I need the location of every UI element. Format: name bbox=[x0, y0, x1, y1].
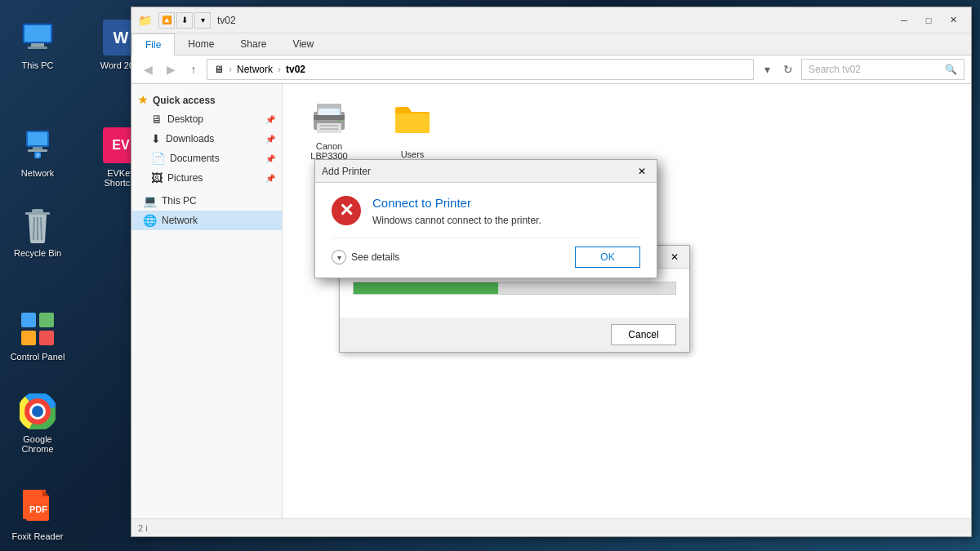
tab-file[interactable]: File bbox=[131, 33, 175, 56]
sidebar-section-quick-access: ★ Quick access 🖥 Desktop 📌 ⬇ Downloads 📌… bbox=[131, 91, 282, 188]
address-sep1: › bbox=[229, 64, 232, 75]
sidebar-item-network[interactable]: 🌐 Network bbox=[131, 211, 282, 230]
cancel-button[interactable]: Cancel bbox=[611, 324, 676, 345]
svg-rect-1 bbox=[24, 25, 51, 42]
desktop-icon-foxit-reader[interactable]: PDF Foxit Reader bbox=[5, 486, 70, 544]
foxit-reader-label: Foxit Reader bbox=[12, 531, 64, 541]
close-button[interactable]: ✕ bbox=[942, 11, 964, 29]
up-button[interactable]: ↑ bbox=[184, 60, 203, 79]
maximize-button[interactable]: □ bbox=[917, 11, 940, 29]
sidebar-downloads-label: Downloads bbox=[166, 133, 214, 144]
desktop-icon-evkey[interactable]: EV EVKey Shortc... bbox=[88, 122, 131, 191]
forward-button[interactable]: ▶ bbox=[161, 60, 180, 79]
ok-button[interactable]: OK bbox=[575, 247, 640, 268]
this-pc-sidebar-icon: 💻 bbox=[143, 194, 157, 207]
sidebar-pictures-label: Pictures bbox=[167, 172, 203, 184]
see-details-label: See details bbox=[351, 251, 399, 263]
dropdown-button[interactable]: ▾ bbox=[757, 60, 777, 79]
connect-to-printer-dialog: Add Printer ✕ ✕ Connect to Printer Windo… bbox=[314, 159, 657, 278]
connect-dialog-body: ✕ Connect to Printer Windows cannot conn… bbox=[315, 183, 657, 278]
file-item-printer[interactable]: Canon LBP3300 bbox=[292, 94, 366, 167]
tab-home[interactable]: Home bbox=[175, 33, 227, 55]
address-bar[interactable]: 🖥 › Network › tv02 bbox=[207, 59, 754, 80]
pin-icon-downloads: 📌 bbox=[265, 135, 275, 144]
add-printer-bg-close-button[interactable]: ✕ bbox=[666, 249, 683, 265]
svg-rect-19 bbox=[39, 331, 54, 345]
refresh-button[interactable]: ↻ bbox=[778, 60, 798, 79]
control-panel-icon bbox=[18, 309, 57, 349]
sidebar-network-label: Network bbox=[162, 215, 198, 226]
desktop-icon-control-panel[interactable]: Control Panel bbox=[5, 306, 70, 365]
svg-rect-17 bbox=[39, 313, 54, 327]
title-bar: 📁 🔼 ⬇ ▾ tv02 ─ □ ✕ bbox=[131, 7, 971, 33]
progress-bar-container bbox=[353, 282, 676, 295]
tab-view[interactable]: View bbox=[279, 33, 327, 55]
google-chrome-icon bbox=[18, 392, 57, 431]
sidebar-item-downloads[interactable]: ⬇ Downloads 📌 bbox=[131, 129, 282, 149]
connect-dialog-close-button[interactable]: ✕ bbox=[634, 163, 650, 180]
sidebar-quick-access-header[interactable]: ★ Quick access bbox=[131, 91, 282, 109]
network-label: Network bbox=[21, 168, 54, 178]
svg-rect-36 bbox=[318, 109, 340, 115]
tab-share[interactable]: Share bbox=[227, 33, 279, 55]
address-sep2: › bbox=[278, 64, 281, 75]
svg-rect-2 bbox=[31, 43, 44, 47]
svg-rect-16 bbox=[21, 313, 36, 327]
file-item-users[interactable]: Users bbox=[376, 94, 449, 167]
address-tv02[interactable]: tv02 bbox=[286, 64, 305, 75]
users-name: Users bbox=[401, 149, 425, 159]
connect-message: Windows cannot connect to the printer. bbox=[372, 215, 541, 226]
sidebar-item-desktop[interactable]: 🖥 Desktop 📌 bbox=[131, 109, 282, 129]
svg-text:PDF: PDF bbox=[29, 504, 47, 514]
svg-line-15 bbox=[41, 217, 42, 240]
search-bar[interactable]: Search tv02 🔍 bbox=[801, 59, 964, 80]
desktop-icon-this-pc[interactable]: This PC bbox=[5, 15, 70, 73]
search-placeholder: Search tv02 bbox=[808, 64, 945, 75]
sidebar-item-this-pc[interactable]: 💻 This PC bbox=[131, 191, 282, 211]
see-details-button[interactable]: ▾ See details bbox=[332, 250, 399, 264]
printer-name: Canon LBP3300 bbox=[299, 141, 359, 161]
ribbon: File Home Share View bbox=[131, 33, 971, 56]
chevron-down-icon: ▾ bbox=[332, 250, 346, 264]
desktop-icon-recycle-bin[interactable]: Recycle Bin bbox=[5, 202, 70, 261]
pin-icon-desktop: 📌 bbox=[265, 115, 275, 124]
quick-access-icon2[interactable]: ⬇ bbox=[176, 12, 193, 29]
toolbar: ◀ ▶ ↑ 🖥 › Network › tv02 ▾ ↻ Search tv02… bbox=[131, 56, 971, 84]
quick-access-icon1[interactable]: 🔼 bbox=[158, 12, 175, 29]
quick-access-label: Quick access bbox=[153, 95, 216, 106]
title-bar-icon: 📁 bbox=[138, 14, 152, 27]
google-chrome-label: Google Chrome bbox=[8, 434, 67, 454]
address-computer-icon: 🖥 bbox=[214, 64, 224, 75]
sidebar: ★ Quick access 🖥 Desktop 📌 ⬇ Downloads 📌… bbox=[131, 84, 283, 518]
svg-rect-6 bbox=[33, 147, 42, 149]
evkey-label: EVKey Shortc... bbox=[91, 168, 131, 188]
svg-point-25 bbox=[32, 406, 43, 417]
svg-rect-32 bbox=[320, 125, 338, 127]
back-button[interactable]: ◀ bbox=[138, 60, 158, 79]
title-text: tv02 bbox=[217, 15, 236, 26]
address-network[interactable]: Network bbox=[237, 64, 273, 75]
svg-line-13 bbox=[33, 217, 34, 240]
error-icon: ✕ bbox=[332, 196, 361, 225]
pin-icon-pictures: 📌 bbox=[265, 174, 275, 183]
desktop-icon-network[interactable]: Network bbox=[5, 122, 70, 181]
svg-rect-35 bbox=[314, 115, 345, 120]
progress-bar-fill bbox=[354, 282, 498, 294]
quick-access-btn[interactable]: ▾ bbox=[194, 12, 211, 29]
svg-rect-18 bbox=[21, 331, 36, 345]
ribbon-tabs: File Home Share View bbox=[131, 33, 971, 56]
sidebar-this-pc-label: This PC bbox=[162, 195, 197, 207]
svg-rect-12 bbox=[25, 212, 50, 215]
sidebar-item-documents[interactable]: 📄 Documents 📌 bbox=[131, 149, 282, 168]
desktop: This PC W Word 20... Network EV bbox=[0, 0, 131, 551]
network-sidebar-icon: 🌐 bbox=[143, 214, 157, 227]
title-controls: ─ □ ✕ bbox=[893, 11, 964, 29]
sidebar-item-pictures[interactable]: 🖼 Pictures 📌 bbox=[131, 168, 282, 188]
title-bar-left: 📁 🔼 ⬇ ▾ tv02 bbox=[138, 12, 893, 29]
desktop-icon-google-chrome[interactable]: Google Chrome bbox=[5, 389, 70, 457]
evkey-icon: EV bbox=[101, 126, 131, 165]
minimize-button[interactable]: ─ bbox=[893, 11, 915, 29]
add-printer-bg-footer: Cancel bbox=[340, 318, 689, 352]
svg-rect-7 bbox=[28, 149, 47, 152]
desktop-icon-word[interactable]: W Word 20... bbox=[88, 15, 131, 73]
